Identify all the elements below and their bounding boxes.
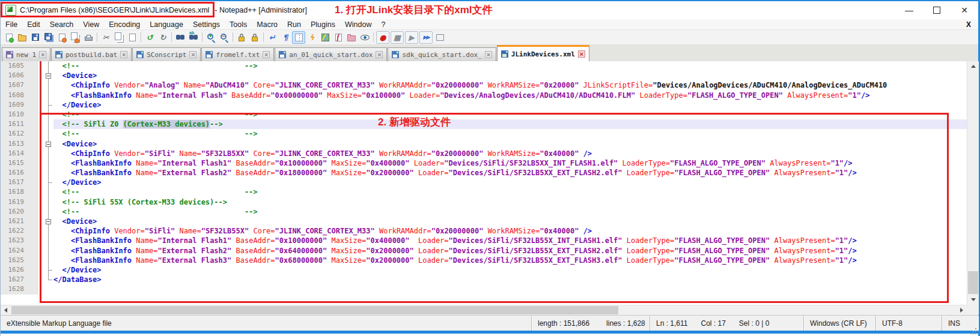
replace-icon[interactable] [187, 31, 200, 44]
play-macro-icon[interactable]: ▶ [405, 31, 418, 44]
line-number[interactable]: 1616 [1, 168, 38, 178]
menu-item-language[interactable]: Language [145, 20, 188, 29]
fold-collapse-icon[interactable] [44, 71, 53, 80]
print-icon[interactable] [82, 31, 95, 44]
tab-close-icon[interactable]: × [39, 51, 46, 58]
code-text[interactable]: <Device> [53, 71, 967, 80]
menu-item-search[interactable]: Search [45, 20, 79, 29]
code-text[interactable]: <ChipInfo Vendor="Analog" Name="ADuCM410… [53, 80, 967, 90]
code-text[interactable]: </DataBase> [53, 275, 967, 284]
resize-grip[interactable] [969, 327, 977, 335]
code-text[interactable]: <!-- --> [53, 110, 967, 119]
close-icon[interactable] [55, 31, 68, 44]
menu-item-window[interactable]: Window [340, 20, 376, 29]
scroll-up-button[interactable] [967, 61, 979, 71]
sync-horizontal-icon[interactable] [248, 31, 261, 44]
code-text[interactable]: <FlashBankInfo Name="Internal Flash1" Ba… [53, 236, 967, 245]
tab-sconscript[interactable]: SConscript× [132, 47, 201, 61]
code-text[interactable]: <FlashBankInfo Name="External Flash2" Ba… [53, 168, 967, 178]
menu-item-[interactable]: ? [376, 20, 390, 29]
scroll-down-button[interactable] [967, 295, 979, 305]
code-text[interactable]: <!-- SiFli 55X (Cortex-M33 devices)--> [53, 197, 967, 207]
new-file-icon[interactable] [2, 31, 16, 44]
zoom-out-icon[interactable] [218, 31, 231, 44]
tab-postbuild-bat[interactable]: postbuild.bat× [51, 47, 132, 61]
close-document-button[interactable]: X [966, 20, 971, 29]
save-all-icon[interactable] [42, 31, 55, 44]
tab-close-icon[interactable]: × [263, 51, 270, 58]
fold-collapse-icon[interactable] [44, 217, 53, 226]
maximize-button[interactable] [923, 1, 951, 19]
line-number[interactable]: 1622 [1, 226, 38, 236]
line-number[interactable]: 1621 [1, 217, 38, 226]
menu-item-file[interactable]: File [1, 20, 22, 29]
tab-sdk-quick-start-dox-[interactable]: sdk_quick_start.dox_× [388, 47, 496, 61]
line-number[interactable]: 1618 [1, 187, 38, 197]
indent-guide-icon[interactable] [292, 31, 305, 44]
horizontal-scrollbar-thumb[interactable] [11, 306, 618, 314]
tab-close-icon[interactable]: × [120, 51, 127, 58]
line-number[interactable]: 1612 [1, 129, 38, 139]
code-text[interactable]: <ChipInfo Vendor="SiFli" Name="SF32LB5XX… [53, 149, 967, 158]
line-number[interactable]: 1606 [1, 71, 38, 80]
tab-an-01-quick-start-dox[interactable]: an_01_quick_start.dox× [275, 47, 387, 61]
document-map-icon[interactable] [318, 31, 332, 44]
code-text[interactable]: </Device> [53, 100, 967, 110]
code-text[interactable]: <ChipInfo Vendor="SiFli" Name="SF32LB55X… [53, 226, 967, 236]
line-number[interactable]: 1607 [1, 80, 38, 90]
redo-icon[interactable]: ↻ [156, 31, 169, 44]
menu-item-macro[interactable]: Macro [252, 20, 282, 29]
line-number[interactable]: 1627 [1, 275, 38, 284]
tab-close-icon[interactable]: × [189, 51, 196, 58]
menu-item-run[interactable]: Run [282, 20, 306, 29]
code-text[interactable]: <!-- --> [53, 61, 967, 71]
fold-collapse-icon[interactable] [44, 139, 53, 149]
status-encoding[interactable]: UTF-8 [876, 316, 942, 331]
line-number[interactable]: 1614 [1, 149, 38, 158]
code-text[interactable]: <Device> [53, 217, 967, 226]
folder-as-workspace-icon[interactable] [345, 31, 358, 44]
menu-item-tools[interactable]: Tools [225, 20, 252, 29]
open-file-icon[interactable] [16, 31, 29, 44]
sync-vertical-icon[interactable] [235, 31, 248, 44]
menu-item-settings[interactable]: Settings [188, 20, 225, 29]
word-wrap-icon[interactable]: ↵ [266, 31, 279, 44]
menu-item-plugins[interactable]: Plugins [306, 20, 340, 29]
code-text[interactable]: </Device> [53, 265, 967, 275]
vertical-scrollbar-thumb[interactable] [968, 271, 978, 294]
tab-close-icon[interactable]: × [485, 51, 492, 58]
close-button[interactable]: ✕ [951, 1, 978, 19]
copy-icon[interactable] [112, 31, 126, 44]
scroll-right-button[interactable] [957, 305, 967, 315]
zoom-in-icon[interactable] [204, 31, 218, 44]
undo-icon[interactable]: ↺ [143, 31, 156, 44]
line-number[interactable]: 1619 [1, 197, 38, 207]
show-all-characters-icon[interactable]: ¶ [279, 31, 292, 44]
code-text[interactable]: <!-- --> [53, 129, 967, 139]
line-number[interactable]: 1611 [1, 119, 38, 129]
save-icon[interactable] [29, 31, 42, 44]
function-list-icon[interactable]: ϟ [305, 31, 318, 44]
menu-item-encoding[interactable]: Encoding [104, 20, 145, 29]
function-doc-icon[interactable] [332, 31, 345, 44]
code-text[interactable]: <FlashBankInfo Name="External Flash2" Ba… [53, 246, 967, 256]
line-number[interactable]: 1624 [1, 246, 38, 256]
tab-jlinkdevices-xml[interactable]: JLinkDevices.xml× [497, 45, 589, 61]
line-number[interactable]: 1623 [1, 236, 38, 245]
line-number[interactable]: 1625 [1, 256, 38, 265]
horizontal-scrollbar[interactable] [1, 305, 967, 315]
record-macro-icon[interactable]: ● [376, 31, 389, 44]
code-text[interactable]: </Device> [53, 178, 967, 187]
find-icon[interactable] [174, 31, 187, 44]
cut-icon[interactable]: ✂ [99, 31, 112, 44]
line-number[interactable]: 1628 [1, 284, 38, 294]
paste-icon[interactable] [126, 31, 139, 44]
tab-new-1[interactable]: new 1× [2, 47, 50, 61]
code-text[interactable] [53, 284, 967, 294]
line-number[interactable]: 1613 [1, 139, 38, 149]
code-text[interactable]: <!-- --> [53, 207, 967, 217]
document-monitor-icon[interactable] [358, 31, 371, 44]
menu-item-edit[interactable]: Edit [22, 20, 45, 29]
code-text[interactable]: <!-- SiFli Z0 (Cortex-M33 devices)--> [53, 119, 967, 129]
vertical-scrollbar[interactable] [967, 61, 979, 305]
